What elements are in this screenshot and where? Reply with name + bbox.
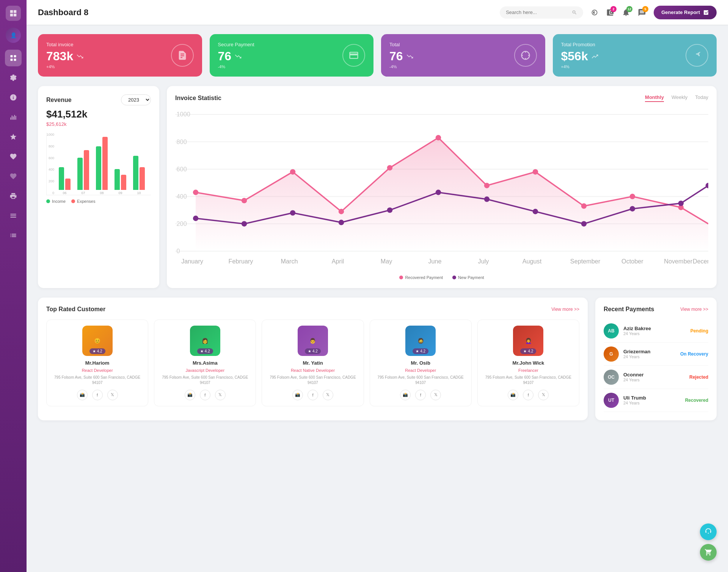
revenue-card: Revenue 2023 2022 2021 $41,512k $25,612k… bbox=[38, 86, 159, 288]
facebook-icon-3[interactable]: f bbox=[415, 390, 426, 400]
customer-address-3: 795 Folsom Ave, Suite 600 San Francisco,… bbox=[374, 375, 468, 386]
generate-report-button[interactable]: Generate Report bbox=[654, 6, 717, 19]
trend-down-icon bbox=[76, 53, 84, 60]
header-right: 2 12 5 Generate Report bbox=[500, 6, 717, 19]
svg-rect-3 bbox=[14, 59, 16, 61]
stat-change-total: -4% bbox=[389, 64, 414, 69]
sidebar-item-info[interactable] bbox=[5, 89, 22, 106]
legend-expenses: Expenses bbox=[71, 199, 95, 204]
svg-text:August: August bbox=[522, 258, 542, 265]
svg-text:0: 0 bbox=[177, 248, 180, 254]
payment-status-3: Recovered bbox=[685, 398, 708, 403]
instagram-icon-1[interactable]: 📸 bbox=[185, 390, 195, 400]
sidebar-item-heart2[interactable] bbox=[5, 168, 22, 185]
chat-icon-btn[interactable]: 5 bbox=[638, 8, 646, 17]
payment-name-0: Aziz Bakree bbox=[623, 326, 686, 331]
expense-bar-08 bbox=[102, 137, 108, 190]
twitter-icon-1[interactable]: 𝕏 bbox=[215, 390, 226, 400]
sidebar-item-star[interactable] bbox=[5, 129, 22, 145]
payment-info-2: Oconner 24 Years bbox=[623, 372, 685, 382]
legend-recovered-label: Recovered Payment bbox=[405, 275, 443, 280]
sidebar: 👤 bbox=[0, 0, 27, 572]
stat-change-payment: -4% bbox=[218, 64, 254, 69]
stat-icon-invoice bbox=[171, 44, 194, 67]
payments-view-more[interactable]: View more >> bbox=[680, 307, 708, 312]
facebook-icon-0[interactable]: f bbox=[92, 390, 103, 400]
svg-point-21 bbox=[387, 165, 392, 170]
sidebar-item-settings[interactable] bbox=[5, 69, 22, 86]
stat-change-invoice: +4% bbox=[46, 64, 84, 69]
sidebar-item-menu[interactable] bbox=[5, 207, 22, 224]
customer-address-0: 795 Folsom Ave, Suite 600 San Francisco,… bbox=[50, 375, 144, 386]
customer-address-2: 795 Folsom Ave, Suite 600 San Francisco,… bbox=[266, 375, 359, 386]
expense-bar-07 bbox=[84, 150, 89, 190]
wallet-badge: 2 bbox=[610, 6, 617, 12]
svg-point-26 bbox=[630, 194, 635, 199]
facebook-icon-2[interactable]: f bbox=[308, 390, 318, 400]
sidebar-logo[interactable] bbox=[6, 6, 21, 21]
svg-text:March: March bbox=[281, 258, 298, 265]
stat-label-promotion: Total Promotion bbox=[561, 42, 599, 47]
twitter-icon-4[interactable]: 𝕏 bbox=[538, 390, 549, 400]
trend-up-icon bbox=[591, 53, 599, 60]
bell-icon-btn[interactable]: 12 bbox=[622, 8, 630, 17]
svg-text:July: July bbox=[478, 258, 490, 265]
support-float-btn[interactable] bbox=[700, 523, 717, 540]
bar-group-08: 08 bbox=[96, 137, 108, 195]
twitter-icon-0[interactable]: 𝕏 bbox=[107, 390, 118, 400]
payment-name-3: Uli Trumb bbox=[623, 395, 681, 401]
income-bar-06 bbox=[59, 167, 64, 190]
facebook-icon-4[interactable]: f bbox=[523, 390, 533, 400]
svg-point-24 bbox=[533, 169, 538, 174]
bottom-row: Top Rated Customer View more >> 😊 ★4.2 M… bbox=[38, 298, 717, 420]
instagram-icon-3[interactable]: 📸 bbox=[400, 390, 411, 400]
tab-monthly[interactable]: Monthly bbox=[645, 94, 664, 102]
instagram-icon-4[interactable]: 📸 bbox=[508, 390, 518, 400]
svg-text:400: 400 bbox=[177, 193, 187, 200]
svg-point-33 bbox=[436, 190, 441, 195]
svg-point-35 bbox=[533, 209, 538, 214]
wallet-icon-btn[interactable]: 2 bbox=[606, 8, 614, 17]
svg-text:October: October bbox=[621, 258, 643, 265]
facebook-icon-1[interactable]: f bbox=[200, 390, 210, 400]
user-avatar[interactable]: 👤 bbox=[6, 28, 21, 43]
y-label-0: 0 bbox=[52, 191, 54, 195]
expense-bar-06 bbox=[65, 179, 71, 190]
twitter-icon-2[interactable]: 𝕏 bbox=[323, 390, 333, 400]
sidebar-item-analytics[interactable] bbox=[5, 109, 22, 125]
payment-status-0: Pending bbox=[690, 328, 708, 334]
stat-icon-total bbox=[514, 44, 537, 67]
dark-mode-toggle[interactable] bbox=[591, 9, 598, 16]
customers-header: Top Rated Customer View more >> bbox=[46, 306, 579, 313]
twitter-icon-3[interactable]: 𝕏 bbox=[430, 390, 441, 400]
sidebar-item-heart[interactable] bbox=[5, 148, 22, 165]
tab-weekly[interactable]: Weekly bbox=[672, 94, 687, 102]
customer-address-1: 795 Folsom Ave, Suite 600 San Francisco,… bbox=[158, 375, 252, 386]
search-box[interactable] bbox=[500, 6, 583, 19]
cart-float-btn[interactable] bbox=[700, 544, 717, 561]
customer-avatar-0: 😊 ★4.2 bbox=[82, 326, 113, 356]
stat-value-payment: 76 bbox=[218, 49, 232, 63]
customer-card-3: 🧔 ★4.2 Mr. Osib React Developer 795 Fols… bbox=[370, 320, 472, 406]
svg-rect-0 bbox=[11, 55, 13, 58]
svg-point-29 bbox=[242, 221, 247, 226]
sidebar-item-print[interactable] bbox=[5, 188, 22, 204]
payment-age-2: 24 Years bbox=[623, 378, 685, 382]
revenue-amount: $41,512k bbox=[46, 108, 151, 120]
payment-age-3: 24 Years bbox=[623, 401, 681, 405]
year-select[interactable]: 2023 2022 2021 bbox=[121, 94, 151, 105]
sidebar-item-list[interactable] bbox=[5, 227, 22, 244]
customers-view-more[interactable]: View more >> bbox=[551, 307, 579, 312]
payment-avatar-1: G bbox=[604, 346, 619, 362]
tab-today[interactable]: Today bbox=[695, 94, 708, 102]
svg-point-31 bbox=[339, 220, 344, 225]
social-icons-4: 📸 f 𝕏 bbox=[508, 390, 549, 400]
svg-point-22 bbox=[436, 135, 441, 140]
social-icons-2: 📸 f 𝕏 bbox=[292, 390, 333, 400]
sidebar-item-dashboard[interactable] bbox=[5, 50, 22, 66]
instagram-icon-0[interactable]: 📸 bbox=[77, 390, 88, 400]
search-input[interactable] bbox=[506, 9, 569, 15]
instagram-icon-2[interactable]: 📸 bbox=[292, 390, 303, 400]
expense-bar-09 bbox=[121, 175, 126, 190]
svg-text:September: September bbox=[570, 258, 601, 265]
